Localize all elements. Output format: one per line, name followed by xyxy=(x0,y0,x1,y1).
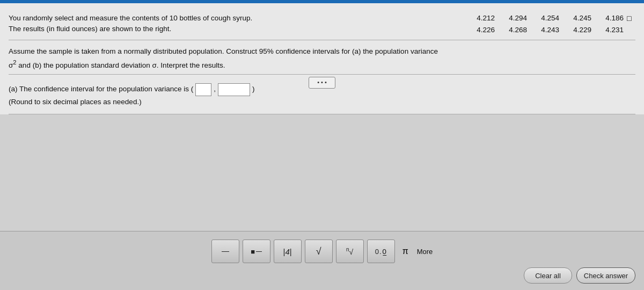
more-label: More xyxy=(417,248,433,256)
decimal-button[interactable]: 0.0̲ xyxy=(367,240,395,263)
clear-all-button[interactable]: Clear all xyxy=(524,267,572,284)
m9: 4.229 xyxy=(562,26,595,38)
bottom-row: Clear all Check answer xyxy=(0,265,644,286)
abs-label: |4| xyxy=(283,247,292,256)
toolbar-section: ■ |4| √ n√ 0.0̲ π More Cl xyxy=(0,231,644,290)
ellipsis-button[interactable]: • • • xyxy=(309,77,335,89)
part-a-suffix: ) xyxy=(252,83,255,96)
problem-line1: You randomly select and measure the cont… xyxy=(9,13,460,24)
main-content: You randomly select and measure the cont… xyxy=(0,3,644,114)
m5: 4.186 xyxy=(595,14,627,26)
sqrt-icon: √ xyxy=(316,246,321,257)
fraction-button[interactable] xyxy=(211,240,239,263)
m8: 4.243 xyxy=(530,26,562,38)
toolbar-row: ■ |4| √ n√ 0.0̲ π More xyxy=(206,237,438,265)
comma-separator: , xyxy=(214,83,216,96)
answer-input-lower[interactable] xyxy=(195,83,211,96)
m7: 4.268 xyxy=(498,26,530,38)
m10: 4.231 xyxy=(595,26,627,38)
absolute-value-button[interactable]: |4| xyxy=(274,240,302,263)
round-note: (Round to six decimal places as needed.) xyxy=(9,96,635,108)
more-button-area[interactable]: More xyxy=(416,248,433,256)
sqrt-button[interactable]: √ xyxy=(305,240,333,263)
decimal-label: 0.0̲ xyxy=(375,248,387,256)
assume-line1: Assume the sample is taken from a normal… xyxy=(9,46,635,57)
clear-all-label: Clear all xyxy=(535,272,561,280)
nth-root-icon: n√ xyxy=(346,247,353,256)
m3: 4.254 xyxy=(530,14,562,26)
assume-section: Assume the sample is taken from a normal… xyxy=(9,40,635,75)
m6: 4.226 xyxy=(466,26,498,38)
nth-root-button[interactable]: n√ xyxy=(336,240,364,263)
m1: 4.212 xyxy=(466,14,498,26)
check-answer-label: Check answer xyxy=(584,272,628,280)
assume-line2: σ2 and (b) the population standard devia… xyxy=(9,57,635,71)
m4: 4.245 xyxy=(562,14,595,26)
check-answer-button[interactable]: Check answer xyxy=(576,267,635,284)
problem-line2: The results (in fluid ounces) are shown … xyxy=(9,24,460,34)
m2: 4.294 xyxy=(498,14,530,26)
part-a-label: (a) The confidence interval for the popu… xyxy=(9,83,193,96)
ellipsis-label: • • • xyxy=(317,78,327,88)
measurements-grid: 4.212 4.294 4.254 4.245 4.186 4.226 4.26… xyxy=(466,13,627,38)
answer-input-upper[interactable] xyxy=(218,83,250,96)
pi-symbol: π xyxy=(402,247,408,256)
copy-icon[interactable]: □ xyxy=(627,14,631,23)
mixed-fraction-button[interactable]: ■ xyxy=(243,240,270,263)
problem-text: You randomly select and measure the cont… xyxy=(9,13,460,35)
problem-section: You randomly select and measure the cont… xyxy=(9,9,635,40)
